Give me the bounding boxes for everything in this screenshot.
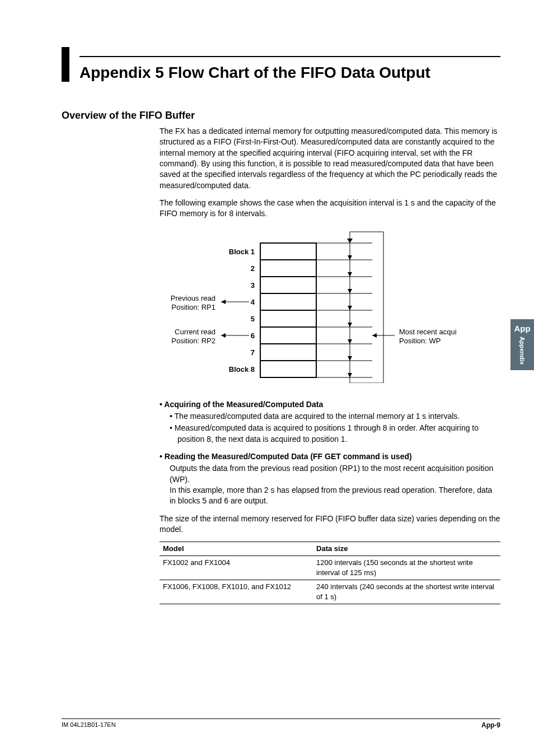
bullet-acquiring: Acquiring of the Measured/Computed Data …	[160, 399, 500, 445]
diagram-label-4: 4	[251, 298, 255, 306]
svg-rect-5	[260, 327, 316, 344]
svg-marker-21	[348, 289, 352, 293]
td-model-1: FX1002 and FX1004	[160, 556, 313, 580]
svg-marker-20	[348, 272, 352, 277]
bullet-acquiring-sub1: The measured/computed data are acquired …	[170, 411, 500, 422]
svg-rect-6	[260, 344, 316, 361]
fifo-diagram: Block 1 2 3 4 5 6 7 Block 8 Previous rea…	[160, 226, 500, 386]
title-bar-icon	[62, 47, 69, 82]
bullet-reading-body: Outputs the data from the previous read …	[170, 463, 500, 506]
page-footer: IM 04L21B01-17EN App-9	[62, 718, 500, 729]
side-tab-sublabel: Appendix	[519, 337, 526, 365]
svg-marker-17	[347, 239, 353, 243]
footer-page-number: App-9	[481, 721, 500, 729]
svg-marker-30	[221, 333, 226, 338]
svg-marker-26	[348, 373, 352, 377]
td-size-1: 1200 intervals (150 seconds at the short…	[313, 556, 500, 580]
diagram-acquire-l2: Position: WP	[399, 337, 441, 345]
svg-marker-24	[348, 339, 352, 344]
diagram-label-2: 2	[251, 264, 255, 273]
th-data-size: Data size	[313, 542, 500, 556]
td-model-2: FX1006, FX1008, FX1010, and FX1012	[160, 580, 313, 604]
table-row: FX1002 and FX1004 1200 intervals (150 se…	[160, 556, 500, 580]
bullet-reading: Reading the Measured/Computed Data (FF G…	[160, 451, 500, 507]
title-block: Appendix 5 Flow Chart of the FIFO Data O…	[62, 56, 500, 82]
bullet-reading-heading: Reading the Measured/Computed Data (FF G…	[160, 451, 500, 462]
bullet-acquiring-sub2: Measured/computed data is acquired to po…	[170, 423, 500, 445]
footer-doc-id: IM 04L21B01-17EN	[62, 721, 116, 729]
bullet-reading-line1: Outputs the data from the previous read …	[170, 463, 500, 485]
svg-rect-3	[260, 293, 316, 310]
diagram-label-6: 6	[251, 332, 255, 340]
diagram-label-block1: Block 1	[229, 248, 255, 256]
diagram-label-block8: Block 8	[229, 365, 255, 374]
content-body: The FX has a dedicated internal memory f…	[160, 126, 500, 604]
svg-marker-25	[348, 356, 352, 361]
side-tab-label: App	[510, 324, 534, 333]
svg-rect-4	[260, 310, 316, 327]
td-size-2: 240 intervals (240 seconds at the shorte…	[313, 580, 500, 604]
page: Appendix 5 Flow Chart of the FIFO Data O…	[0, 0, 534, 756]
page-title: Appendix 5 Flow Chart of the FIFO Data O…	[79, 56, 500, 82]
diagram-prev-read-l2: Position: RP1	[171, 303, 216, 311]
bullet-reading-line2: In this example, more than 2 s has elaps…	[170, 485, 500, 507]
intro-paragraph-2: The following example shows the case whe…	[160, 198, 500, 220]
svg-marker-23	[348, 323, 352, 327]
intro-paragraph-1: The FX has a dedicated internal memory f…	[160, 126, 500, 191]
svg-marker-22	[348, 306, 352, 310]
fifo-diagram-svg: Block 1 2 3 4 5 6 7 Block 8 Previous rea…	[160, 226, 456, 383]
svg-marker-28	[221, 300, 226, 304]
svg-rect-1	[260, 260, 316, 277]
svg-rect-2	[260, 277, 316, 293]
table-intro: The size of the internal memory reserved…	[160, 514, 500, 535]
diagram-prev-read-l1: Previous read	[171, 294, 216, 302]
table-header-row: Model Data size	[160, 542, 500, 556]
bullet-acquiring-sublist: The measured/computed data are acquired …	[170, 411, 500, 445]
diagram-label-5: 5	[251, 315, 255, 323]
svg-marker-32	[372, 333, 377, 338]
diagram-acquire-l1: Most recent acquire	[399, 328, 456, 336]
section-heading: Overview of the FIFO Buffer	[62, 110, 500, 122]
diagram-label-3: 3	[251, 281, 255, 290]
diagram-curr-read-l1: Current read	[175, 328, 216, 336]
bulleted-list: Acquiring of the Measured/Computed Data …	[160, 399, 500, 507]
bullet-acquiring-heading: Acquiring of the Measured/Computed Data	[160, 399, 500, 410]
svg-rect-7	[260, 361, 316, 377]
table-row: FX1006, FX1008, FX1010, and FX1012 240 i…	[160, 580, 500, 604]
diagram-curr-read-l2: Position: RP2	[171, 337, 216, 345]
spec-table: Model Data size FX1002 and FX1004 1200 i…	[160, 542, 500, 604]
svg-marker-19	[348, 255, 352, 260]
svg-rect-0	[260, 243, 316, 260]
th-model: Model	[160, 542, 313, 556]
diagram-label-7: 7	[251, 348, 255, 357]
side-index-tab: App Appendix	[510, 319, 534, 370]
